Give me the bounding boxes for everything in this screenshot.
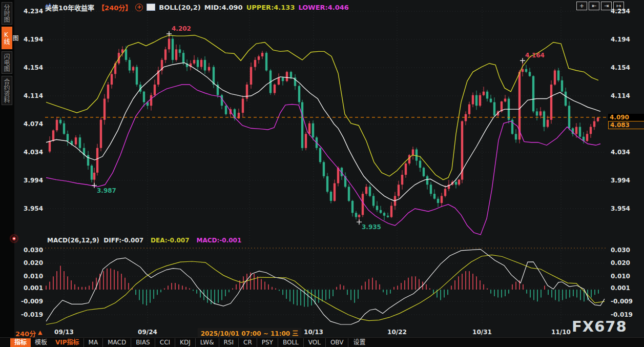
footer-tab-kdj[interactable]: KDJ <box>175 338 195 347</box>
main-axis-label: 4.154 <box>19 64 43 71</box>
macd-dea-value: DEA:-0.007 <box>151 237 189 244</box>
x-axis-date-label: 10/13 <box>304 329 323 336</box>
kline-style-icon[interactable] <box>147 4 155 11</box>
macd-axis-label: 0.010 <box>611 273 639 280</box>
indicator-toolbar: 指标模板VIP指标MAMACDBIASCCIKDJLW&RSICRPSYBOLL… <box>0 337 644 347</box>
macd-axis-label: 0.030 <box>611 247 639 254</box>
main-axis-label: 4.074 <box>19 120 43 128</box>
macd-axis-label: 0.030 <box>19 247 43 254</box>
macd-axis-label: -0.009 <box>19 298 43 305</box>
trading-app-window: 分时图K线图闪电图合约资料 美债10年收益率 【240分】 + BOLL(20,… <box>0 0 644 347</box>
price-chart-canvas[interactable] <box>0 0 644 337</box>
x-axis-date-label: 10/31 <box>472 329 492 336</box>
main-axis-label: 4.114 <box>611 92 639 99</box>
footer-tab-settings[interactable]: 设置 <box>348 338 370 347</box>
sidebar-tab-kline[interactable]: K线图 <box>2 27 12 49</box>
x-axis-date-label: 09/13 <box>54 329 74 336</box>
footer-tab-ma[interactable]: MA <box>84 338 103 347</box>
macd-axis-label: 0.001 <box>611 284 639 292</box>
scale-left-icon[interactable]: ⇤ <box>589 2 599 10</box>
extreme-price-label: 3.987 <box>97 187 116 194</box>
main-axis-label: 3.994 <box>19 177 43 184</box>
footer-tab-cci[interactable]: CCI <box>155 338 175 347</box>
watermark-logo: FX678 <box>572 318 627 335</box>
sidebar: 分时图K线图闪电图合约资料 <box>0 0 14 337</box>
footer-tab-psy[interactable]: PSY <box>257 338 278 347</box>
macd-name-label: MACD(26,12,9) DIFF:-0.007 <box>47 237 143 244</box>
main-axis-label: 4.194 <box>611 36 639 43</box>
sidebar-tab-time-share[interactable]: 分时图 <box>2 2 12 25</box>
alert-icon[interactable] <box>11 235 17 242</box>
boll-mid-value: MID:4.090 <box>204 4 243 11</box>
main-axis-label: 3.954 <box>611 205 639 212</box>
boll-label: BOLL(20,2) <box>159 4 201 11</box>
boll-upper-value: UPPER:4.133 <box>246 4 295 11</box>
extreme-price-label: 4.164 <box>525 52 545 59</box>
main-axis-label: 4.034 <box>611 149 639 156</box>
footer-tab-macd[interactable]: MACD <box>102 338 131 347</box>
extreme-price-label: 4.202 <box>172 25 191 32</box>
x-axis-date-label: 09/24 <box>138 329 157 336</box>
extreme-price-label: 3.935 <box>362 223 381 231</box>
x-axis-date-label: 10/22 <box>387 329 407 336</box>
main-axis-label: 4.114 <box>19 92 43 99</box>
macd-axis-label: -0.009 <box>611 298 639 305</box>
main-axis-label: 4.154 <box>611 64 639 71</box>
x-axis-date-label: 11/10 <box>551 329 571 336</box>
add-indicator-icon[interactable]: + <box>135 4 143 11</box>
macd-header: MACD(26,12,9) DIFF:-0.007 DEA:-0.007 MAC… <box>47 237 241 244</box>
footer-tab-vip-indicator[interactable]: VIP指标 <box>51 338 84 347</box>
footer-tab-vol[interactable]: VOL <box>303 338 325 347</box>
hovered-bar-time-label: 2025/10/01 07:00 ~ 11:00 三 <box>198 328 302 338</box>
footer-tab-lwr[interactable]: LW& <box>195 338 219 347</box>
macd-macd-value: MACD:-0.001 <box>197 237 242 244</box>
macd-axis-label: 0.010 <box>19 273 43 280</box>
price-line-tag[interactable]: 4.090 <box>608 114 644 121</box>
main-axis-label: 4.034 <box>19 149 43 156</box>
sidebar-tab-contract-info[interactable]: 合约资料 <box>2 76 12 105</box>
chart-header: 美债10年收益率 【240分】 + BOLL(20,2) MID:4.090 U… <box>45 3 349 11</box>
main-axis-label: 3.954 <box>19 205 43 212</box>
symbol-title: 美债10年收益率 <box>45 3 94 12</box>
sidebar-tab-flash[interactable]: 闪电图 <box>2 51 12 74</box>
main-axis-label: 4.234 <box>19 8 43 15</box>
boll-lower-value: LOWER:4.046 <box>298 4 348 11</box>
main-axis-label: 4.234 <box>611 8 639 15</box>
main-axis-label: 3.994 <box>611 177 639 184</box>
footer-tab-obv[interactable]: OBV <box>325 338 348 347</box>
footer-tab-rsi[interactable]: RSI <box>219 338 239 347</box>
scale-right-icon[interactable]: ⇥ <box>601 2 612 10</box>
main-axis-label: 4.194 <box>19 36 43 43</box>
footer-tab-cr[interactable]: CR <box>238 338 257 347</box>
footer-tab-boll[interactable]: BOLL <box>278 338 303 347</box>
macd-axis-label: -0.019 <box>19 311 43 318</box>
pan-icon[interactable]: + <box>576 2 587 10</box>
macd-axis-label: 0.020 <box>19 259 43 267</box>
footer-tab-template[interactable]: 模板 <box>31 338 51 347</box>
macd-axis-label: 0.001 <box>19 284 43 292</box>
period-label[interactable]: 【240分】 <box>98 3 132 12</box>
macd-axis-label: -0.019 <box>611 311 639 318</box>
macd-axis-label: 0.020 <box>611 259 639 267</box>
period-up-arrow-icon[interactable]: ▲ <box>38 329 42 336</box>
footer-tab-indicator[interactable]: 指标 <box>10 338 31 347</box>
footer-tab-bias[interactable]: BIAS <box>131 338 155 347</box>
last-price-tag: 4.083 <box>608 121 644 129</box>
